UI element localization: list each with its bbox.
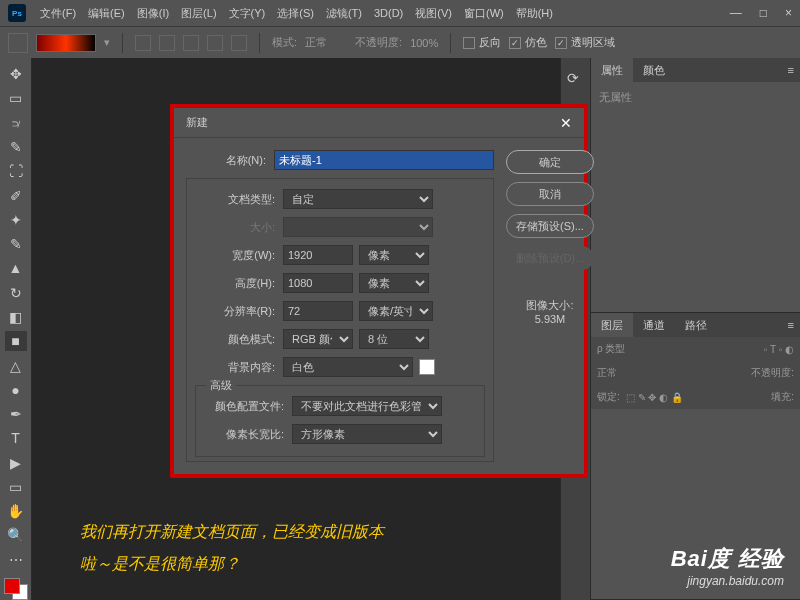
gradient-diamond-icon[interactable] — [231, 35, 247, 51]
gradient-tool-icon[interactable]: ■ — [5, 331, 27, 351]
hand-tool-icon[interactable]: ✋ — [5, 501, 27, 521]
properties-panel-body: 无属性 — [591, 82, 800, 312]
zoom-tool-icon[interactable]: 🔍 — [5, 525, 27, 545]
menu-filter[interactable]: 滤镜(T) — [320, 6, 368, 21]
height-input[interactable] — [283, 273, 353, 293]
advanced-label: 高级 — [206, 378, 236, 393]
resolution-unit-select[interactable]: 像素/英寸 — [359, 301, 433, 321]
move-tool-icon[interactable]: ✥ — [5, 64, 27, 84]
gradient-dropdown-icon[interactable]: ▾ — [104, 36, 110, 49]
pen-tool-icon[interactable]: ✒ — [5, 404, 27, 424]
gradient-linear-icon[interactable] — [135, 35, 151, 51]
tab-properties[interactable]: 属性 — [591, 58, 633, 82]
height-unit-select[interactable]: 像素 — [359, 273, 429, 293]
layers-panel-body — [591, 409, 800, 449]
width-unit-select[interactable]: 像素 — [359, 245, 429, 265]
tab-paths[interactable]: 路径 — [675, 313, 717, 337]
color-mode-label: 颜色模式: — [195, 332, 275, 347]
marquee-tool-icon[interactable]: ▭ — [5, 88, 27, 108]
window-maximize-icon[interactable]: □ — [760, 6, 767, 20]
width-label: 宽度(W): — [195, 248, 275, 263]
options-bar: ▾ 模式: 正常 不透明度: 100% 反向 ✓仿色 ✓透明区域 — [0, 26, 800, 58]
panel-menu-icon[interactable]: ≡ — [788, 64, 794, 76]
path-select-tool-icon[interactable]: ▶ — [5, 453, 27, 473]
width-input[interactable] — [283, 245, 353, 265]
layer-filter-kind[interactable]: ρ 类型 — [597, 342, 625, 356]
preset-select[interactable]: 自定 — [283, 189, 433, 209]
lasso-tool-icon[interactable]: ⟉ — [5, 113, 27, 133]
save-preset-button[interactable]: 存储预设(S)... — [506, 214, 594, 238]
brush-tool-icon[interactable]: ✎ — [5, 234, 27, 254]
menu-help[interactable]: 帮助(H) — [510, 6, 559, 21]
tab-channels[interactable]: 通道 — [633, 313, 675, 337]
layer-opacity-label: 不透明度: — [751, 366, 794, 380]
menu-image[interactable]: 图像(I) — [131, 6, 175, 21]
fg-color-swatch[interactable] — [4, 578, 20, 594]
bg-content-select[interactable]: 白色 — [283, 357, 413, 377]
gradient-angle-icon[interactable] — [183, 35, 199, 51]
cancel-button[interactable]: 取消 — [506, 182, 594, 206]
tab-layers[interactable]: 图层 — [591, 313, 633, 337]
history-panel-icon[interactable]: ⟳ — [561, 66, 585, 90]
gradient-preview[interactable] — [36, 34, 96, 52]
image-size-label: 图像大小: — [526, 298, 573, 313]
menu-window[interactable]: 窗口(W) — [458, 6, 510, 21]
menu-edit[interactable]: 编辑(E) — [82, 6, 131, 21]
color-profile-select[interactable]: 不要对此文档进行色彩管理 — [292, 396, 442, 416]
resolution-input[interactable] — [283, 301, 353, 321]
window-close-icon[interactable]: × — [785, 6, 792, 20]
menu-type[interactable]: 文字(Y) — [223, 6, 272, 21]
color-mode-select[interactable]: RGB 颜色 — [283, 329, 353, 349]
height-label: 高度(H): — [195, 276, 275, 291]
type-tool-icon[interactable]: T — [5, 428, 27, 448]
dither-checkbox[interactable]: ✓仿色 — [509, 35, 547, 50]
tab-color[interactable]: 颜色 — [633, 58, 675, 82]
right-panels: 属性 颜色 ≡ 无属性 图层 通道 路径 ≡ ρ 类型 ▫ T ▫ ◐ 正常 不… — [590, 58, 800, 600]
menu-3d[interactable]: 3D(D) — [368, 7, 409, 19]
dialog-close-icon[interactable]: ✕ — [560, 115, 572, 131]
panel-menu-icon[interactable]: ≡ — [788, 319, 794, 331]
opacity-label: 不透明度: — [355, 35, 402, 50]
healing-tool-icon[interactable]: ✦ — [5, 210, 27, 230]
window-minimize-icon[interactable]: — — [730, 6, 742, 20]
bit-depth-select[interactable]: 8 位 — [359, 329, 429, 349]
pixel-aspect-select[interactable]: 方形像素 — [292, 424, 442, 444]
image-size-value: 5.93M — [526, 313, 573, 325]
bg-color-preview[interactable] — [419, 359, 435, 375]
menu-file[interactable]: 文件(F) — [34, 6, 82, 21]
pixel-aspect-label: 像素长宽比: — [204, 427, 284, 442]
menu-layer[interactable]: 图层(L) — [175, 6, 222, 21]
quick-select-tool-icon[interactable]: ✎ — [5, 137, 27, 157]
opacity-value[interactable]: 100% — [410, 37, 438, 49]
mode-select[interactable]: 正常 — [305, 35, 327, 50]
ok-button[interactable]: 确定 — [506, 150, 594, 174]
preset-label: 文档类型: — [195, 192, 275, 207]
dodge-tool-icon[interactable]: ● — [5, 380, 27, 400]
tool-preset-icon[interactable] — [8, 33, 28, 53]
bg-content-label: 背景内容: — [195, 360, 275, 375]
transparency-checkbox[interactable]: ✓透明区域 — [555, 35, 615, 50]
shape-tool-icon[interactable]: ▭ — [5, 477, 27, 497]
size-select — [283, 217, 433, 237]
stamp-tool-icon[interactable]: ▲ — [5, 258, 27, 278]
edit-toolbar-icon[interactable]: ⋯ — [5, 550, 27, 570]
resolution-label: 分辨率(R): — [195, 304, 275, 319]
name-label: 名称(N): — [186, 153, 266, 168]
menu-select[interactable]: 选择(S) — [271, 6, 320, 21]
color-swatch[interactable] — [4, 578, 28, 600]
menu-view[interactable]: 视图(V) — [409, 6, 458, 21]
delete-preset-button: 删除预设(D)... — [506, 246, 594, 270]
gradient-radial-icon[interactable] — [159, 35, 175, 51]
reverse-checkbox[interactable]: 反向 — [463, 35, 501, 50]
history-brush-tool-icon[interactable]: ↻ — [5, 283, 27, 303]
blend-mode-select[interactable]: 正常 — [597, 366, 617, 380]
app-icon: Ps — [8, 4, 26, 22]
name-input[interactable] — [274, 150, 494, 170]
crop-tool-icon[interactable]: ⛶ — [5, 161, 27, 181]
eyedropper-tool-icon[interactable]: ✐ — [5, 185, 27, 205]
size-label: 大小: — [195, 220, 275, 235]
color-profile-label: 颜色配置文件: — [204, 399, 284, 414]
eraser-tool-icon[interactable]: ◧ — [5, 307, 27, 327]
gradient-reflected-icon[interactable] — [207, 35, 223, 51]
blur-tool-icon[interactable]: △ — [5, 355, 27, 375]
